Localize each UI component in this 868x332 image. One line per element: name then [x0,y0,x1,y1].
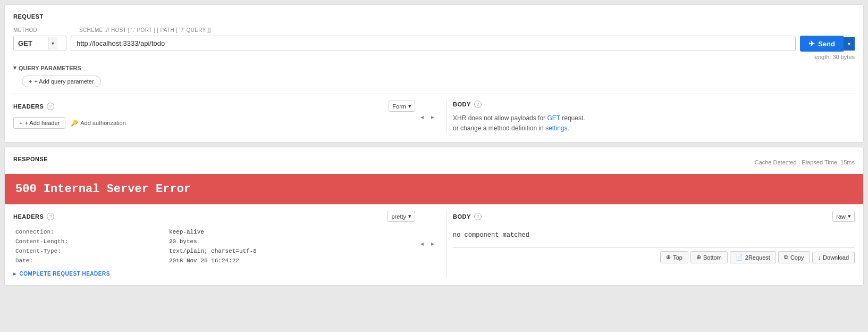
response-headers-table: Connection: keep-alive Content-Length: 2… [13,227,415,265]
resp-collapse-right-icon[interactable]: ▸ [428,239,437,248]
headers-body-row: HEADERS ? Form ▾ + + Add header 🔑 Add au… [13,101,855,134]
pretty-chevron-icon: ▾ [408,213,411,220]
response-headers-body-row: HEADERS ? pretty ▾ Connection: keep-aliv… [13,211,855,277]
body-period: . [567,124,569,132]
resp-headers-body-divider [446,211,446,277]
key-icon: 🔑 [71,120,78,127]
headers-actions: + + Add header 🔑 Add authorization [13,117,415,129]
collapse-right-icon[interactable]: ▸ [428,112,437,122]
pretty-label: pretty [391,213,406,220]
to-request-button[interactable]: 📄 2Request [730,251,776,263]
body-get-link[interactable]: GET [547,114,560,122]
download-icon: ↓ [818,254,821,261]
url-input[interactable] [71,36,796,51]
body-section-header: BODY ? [453,101,855,108]
divider [13,94,855,94]
complete-request-headers-toggle[interactable]: ▸ COMPLETE REQUEST HEADERS [13,271,415,277]
to-request-label: 2Request [745,254,770,261]
raw-select[interactable]: raw ▾ [832,211,855,222]
resp-collapse-controls: ◂ ▸ [415,211,440,277]
bottom-button[interactable]: ⊕ Bottom [690,251,728,263]
response-title: RESPONSE [13,156,48,162]
collapse-controls: ◂ ▸ [415,101,440,134]
headers-body-divider [446,101,446,134]
add-authorization-button[interactable]: 🔑 Add authorization [71,120,126,127]
resp-headers-label: HEADERS [13,213,44,220]
resp-body-help-icon[interactable]: ? [474,213,482,220]
header-key-content-type: Content-Type: [13,246,167,256]
download-button[interactable]: ↓ Download [812,252,855,263]
add-header-button[interactable]: + + Add header [13,117,65,129]
copy-button[interactable]: ⧉ Copy [778,251,810,263]
header-row-connection: Connection: keep-alive [13,227,415,237]
body-or-text: or change a method definition in [453,124,545,132]
query-params-label: QUERY PARAMETERS [19,65,81,71]
method-select-wrapper: GET POST PUT DELETE PATCH ▾ [13,36,66,51]
headers-help-icon[interactable]: ? [47,103,54,110]
header-row-content-length: Content-Length: 20 bytes [13,237,415,246]
header-val-content-type: text/plain; charset=utf-8 [167,246,415,256]
resp-body-content: no component matched [453,227,855,243]
header-row-date: Date: 2018 Nov 26 16:24:22 [13,256,415,265]
headers-label: HEADERS [13,103,44,110]
length-info: length: 30 bytes [13,54,855,60]
header-row-content-type: Content-Type: text/plain; charset=utf-8 [13,246,415,256]
query-params-toggle[interactable]: ▾ QUERY PARAMETERS [13,64,855,71]
send-label: Send [818,40,835,48]
resp-headers-help-icon[interactable]: ? [47,213,54,220]
chevron-right-complete: ▸ [13,271,16,277]
send-button[interactable]: ✈ Send [800,36,844,52]
body-help-icon[interactable]: ? [474,101,482,108]
resp-collapse-left-icon[interactable]: ◂ [417,239,427,248]
add-query-param-label: + Add query parameter [34,78,94,85]
method-dropdown-button[interactable]: ▾ [48,37,57,49]
circle-plus-bottom-icon: ⊕ [696,254,701,261]
plus-icon: + [29,78,32,85]
response-header-row: RESPONSE Cache Detected - Elapsed Time: … [13,156,855,169]
header-val-connection: keep-alive [167,227,415,237]
header-key-content-length: Content-Length: [13,237,167,246]
add-header-label: + Add header [24,120,60,126]
top-label: Top [673,254,682,261]
send-dropdown-button[interactable]: ▾ [844,37,855,51]
chevron-down-icon-query: ▾ [13,64,16,71]
cache-info: Cache Detected - Elapsed Time: 15ms [755,159,855,165]
resp-body-section: BODY ? raw ▾ no component matched ⊕ Top … [453,211,855,277]
body-request-text: request. [560,114,585,122]
add-auth-label: Add authorization [80,120,126,126]
request-title: REQUEST [13,13,855,20]
copy-icon: ⧉ [784,254,788,261]
copy-label: Copy [790,254,804,261]
body-message: XHR does not allow payloads for GET requ… [453,113,855,134]
send-dropdown-chevron: ▾ [848,41,850,47]
collapse-left-icon[interactable]: ◂ [417,112,427,122]
header-val-date: 2018 Nov 26 16:24:22 [167,256,415,265]
chevron-down-icon: ▾ [52,40,54,46]
resp-headers-section-header: HEADERS ? pretty ▾ [13,211,415,222]
pretty-select[interactable]: pretty ▾ [387,211,415,222]
form-select[interactable]: Form ▾ [389,101,415,112]
complete-req-label: COMPLETE REQUEST HEADERS [20,271,110,277]
response-panel: RESPONSE Cache Detected - Elapsed Time: … [4,147,864,286]
top-button[interactable]: ⊕ Top [660,251,688,263]
send-button-wrapper: ✈ Send ▾ [800,36,855,52]
footer-actions: ⊕ Top ⊕ Bottom 📄 2Request ⧉ Copy ↓ Do [453,247,855,263]
body-settings-link[interactable]: settings [545,124,567,132]
header-val-content-length: 20 bytes [167,237,415,246]
error-banner: 500 Internal Server Error [5,174,863,204]
raw-label: raw [836,213,846,220]
circle-plus-top-icon: ⊕ [666,254,671,261]
headers-section-header: HEADERS ? Form ▾ [13,101,415,112]
page-icon: 📄 [736,254,743,261]
method-select[interactable]: GET POST PUT DELETE PATCH [14,36,48,51]
header-key-connection: Connection: [13,227,167,237]
headers-section: HEADERS ? Form ▾ + + Add header 🔑 Add au… [13,101,415,134]
field-labels-row: METHOD SCHEME :// HOST [ ':' PORT ] [ PA… [13,26,855,34]
download-label: Download [823,254,849,261]
resp-body-section-header: BODY ? raw ▾ [453,211,855,222]
method-label: METHOD [13,27,37,33]
plus-icon-header: + [19,120,22,126]
bottom-label: Bottom [703,254,722,261]
raw-chevron-icon: ▾ [848,213,851,220]
add-query-param-button[interactable]: + + Add query parameter [22,76,101,87]
